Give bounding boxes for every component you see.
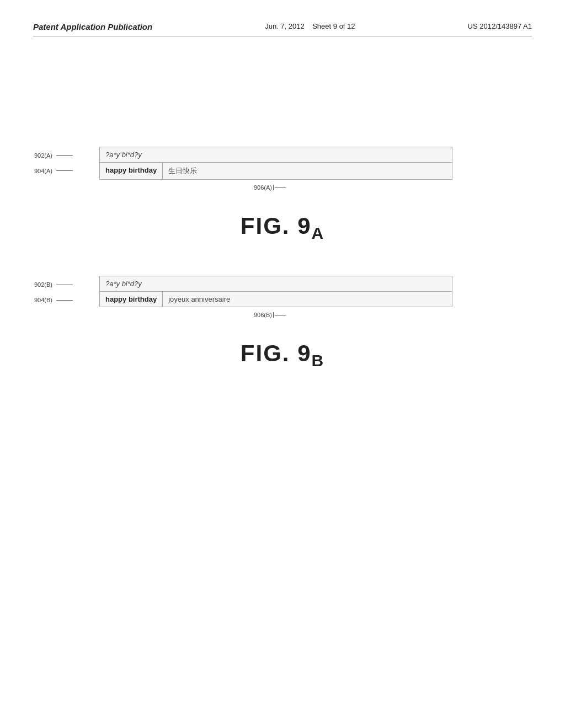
fig-9b-main: FIG. 9 [241, 340, 312, 366]
label-906a-container: 906(A) [99, 184, 532, 196]
label-906a: 906(A) [254, 184, 286, 191]
date-sheet: Jun. 7, 2012 Sheet 9 of 12 [265, 22, 355, 30]
label-906b: 906(B) [254, 312, 286, 318]
search-box-b: ?a*y bi*d?y happy birthday joyeux annive… [99, 276, 452, 307]
search-results-a: happy birthday 生日快乐 [100, 163, 452, 179]
figure-9a-section: 902(A) 904(A) ?a*y bi*d?y happy birthday… [33, 147, 532, 243]
patent-page: Patent Application Publication Jun. 7, 2… [0, 0, 565, 728]
label-902b: 902(B) [34, 279, 73, 289]
label-904b: 904(B) [34, 295, 73, 304]
label-904a: 904(A) [34, 165, 73, 175]
label-906b-container: 906(B) [99, 312, 532, 324]
figure-title-9b: FIG. 9B [33, 340, 532, 370]
search-box-a: ?a*y bi*d?y happy birthday 生日快乐 [99, 147, 452, 180]
sheet-info: Sheet 9 of 12 [312, 22, 355, 30]
search-translation-b: joyeux anniversaire [163, 292, 236, 307]
label-902a: 902(A) [34, 150, 73, 160]
search-query-b: ?a*y bi*d?y [100, 276, 452, 292]
search-results-b: happy birthday joyeux anniversaire [100, 292, 452, 307]
main-content: 902(A) 904(A) ?a*y bi*d?y happy birthday… [33, 36, 532, 371]
fig-9a-sub: A [312, 224, 325, 242]
page-header: Patent Application Publication Jun. 7, 2… [33, 22, 532, 36]
patent-number: US 2012/143897 A1 [468, 22, 532, 30]
figure-9b-section: 902(B) 904(B) ?a*y bi*d?y happy birthday… [33, 276, 532, 370]
search-term-a: happy birthday [100, 163, 163, 179]
fig-9b-sub: B [312, 352, 325, 370]
fig-9a-main: FIG. 9 [241, 213, 312, 239]
figure-title-9a: FIG. 9A [33, 213, 532, 243]
search-translation-a: 生日快乐 [163, 163, 202, 179]
publication-title: Patent Application Publication [33, 22, 152, 31]
search-query-a: ?a*y bi*d?y [100, 147, 452, 163]
publication-date: Jun. 7, 2012 [265, 22, 305, 30]
search-term-b: happy birthday [100, 292, 163, 307]
